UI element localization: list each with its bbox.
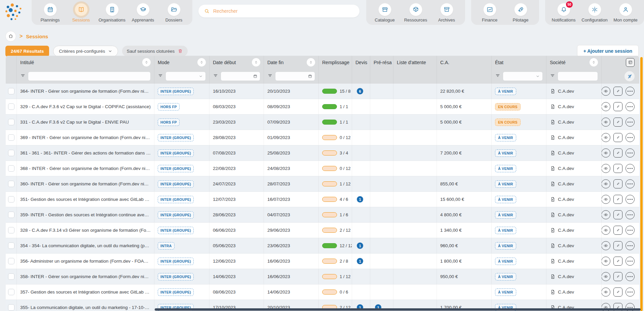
filter-select-etat[interactable] xyxy=(503,72,543,81)
nav-item-catalogue[interactable]: Catalogue xyxy=(370,3,399,23)
column-settings-button[interactable] xyxy=(626,58,635,67)
row-checkbox[interactable] xyxy=(8,196,14,203)
devis-count-badge[interactable]: 1 xyxy=(357,242,363,249)
filter-chip-exclude-closed[interactable]: Sauf sessions cloturées xyxy=(122,46,188,56)
filter-date-start[interactable] xyxy=(221,72,260,81)
view-session-button[interactable] xyxy=(602,102,610,111)
row-checkbox[interactable] xyxy=(8,181,14,187)
nav-item-apprenants[interactable]: Apprenants xyxy=(128,3,157,23)
filter-select-mode[interactable] xyxy=(165,72,206,81)
row-checkbox[interactable] xyxy=(8,273,14,280)
filter-date-end[interactable] xyxy=(275,72,315,81)
more-actions-button[interactable] xyxy=(626,210,635,219)
edit-session-button[interactable] xyxy=(613,87,622,96)
filter-text-input[interactable] xyxy=(31,74,148,79)
view-session-button[interactable] xyxy=(602,226,610,235)
view-session-button[interactable] xyxy=(602,164,610,173)
devis-count-badge[interactable]: 6 xyxy=(357,88,363,94)
view-session-button[interactable] xyxy=(602,210,610,219)
more-actions-button[interactable] xyxy=(626,87,635,96)
more-actions-button[interactable] xyxy=(626,148,635,158)
row-checkbox[interactable] xyxy=(8,242,14,249)
row-checkbox[interactable] xyxy=(8,227,14,233)
edit-session-button[interactable] xyxy=(613,164,622,173)
filter-menu-button-mode[interactable] xyxy=(158,73,163,80)
more-actions-button[interactable] xyxy=(626,272,635,281)
session-row[interactable]: 364- INTER - Gérer son organisme de form… xyxy=(6,84,639,99)
nav-item-finance[interactable]: Finance xyxy=(475,3,504,23)
row-checkbox[interactable] xyxy=(8,165,14,172)
session-row[interactable]: 358- INTER - Gérer son organisme de form… xyxy=(6,269,639,284)
breadcrumb-home-button[interactable] xyxy=(5,31,16,42)
filter-menu-button-end[interactable] xyxy=(267,73,273,80)
edit-session-button[interactable] xyxy=(613,118,622,127)
row-checkbox[interactable] xyxy=(8,212,14,218)
edit-session-button[interactable] xyxy=(613,179,622,188)
edit-session-button[interactable] xyxy=(613,133,622,142)
more-actions-button[interactable] xyxy=(626,195,635,204)
filter-text-input[interactable] xyxy=(560,74,595,79)
nav-item-organisations[interactable]: Organisations xyxy=(98,3,126,23)
edit-session-button[interactable] xyxy=(613,102,622,111)
view-session-button[interactable] xyxy=(602,257,610,266)
filter-input-societe[interactable] xyxy=(558,72,598,81)
edit-session-button[interactable] xyxy=(613,272,622,281)
nav-item-notifications[interactable]: 50Notifications xyxy=(549,3,578,23)
nav-item-configuration[interactable]: Configuration xyxy=(580,3,609,23)
sort-button-start[interactable] xyxy=(252,58,260,66)
more-actions-button[interactable] xyxy=(626,118,635,127)
filter-date-input[interactable] xyxy=(278,74,306,79)
row-checkbox[interactable] xyxy=(8,289,14,295)
nav-item-pilotage[interactable]: Pilotage xyxy=(506,3,535,23)
edit-session-button[interactable] xyxy=(613,287,622,297)
view-session-button[interactable] xyxy=(602,148,610,158)
view-session-button[interactable] xyxy=(602,195,610,204)
app-logo[interactable] xyxy=(4,3,23,21)
vertical-scrollbar[interactable] xyxy=(640,57,643,311)
more-actions-button[interactable] xyxy=(626,287,635,297)
sort-button-mode[interactable] xyxy=(197,58,206,66)
more-actions-button[interactable] xyxy=(626,226,635,235)
view-session-button[interactable] xyxy=(602,133,610,142)
horizontal-scrollbar[interactable] xyxy=(155,308,641,311)
row-checkbox[interactable] xyxy=(8,150,14,156)
session-row[interactable]: 354 - 354- La communication digitale, un… xyxy=(6,238,639,254)
nav-item-archives[interactable]: Archives xyxy=(432,3,461,23)
edit-session-button[interactable] xyxy=(613,148,622,158)
results-count-button[interactable]: 24/67 Résultats xyxy=(5,46,49,57)
preconfigured-criteria-dropdown[interactable]: Critères pré-configurés xyxy=(53,46,118,57)
filter-select-value[interactable] xyxy=(505,74,534,79)
nav-item-sessions[interactable]: Sessions xyxy=(67,3,96,23)
search-input[interactable] xyxy=(213,8,354,14)
filter-menu-button-etat[interactable] xyxy=(495,73,500,80)
row-checkbox[interactable] xyxy=(8,88,14,94)
add-session-button[interactable]: + Ajouter une session xyxy=(577,45,639,57)
row-checkbox[interactable] xyxy=(8,304,14,311)
filter-menu-button-start[interactable] xyxy=(213,73,218,80)
session-row[interactable]: 361 - 361 - 361- INTER - Gérer des actio… xyxy=(6,145,639,161)
more-actions-button[interactable] xyxy=(626,257,635,266)
filter-date-input[interactable] xyxy=(223,74,251,79)
edit-session-button[interactable] xyxy=(613,210,622,219)
view-session-button[interactable] xyxy=(602,118,610,127)
view-session-button[interactable] xyxy=(602,241,610,250)
session-row[interactable]: 369 - INTER - Gérer son organisme de for… xyxy=(6,130,639,145)
nav-item-mon-compte[interactable]: Mon compte xyxy=(611,3,640,23)
session-row[interactable]: 357- Gestion des sources et Intégration … xyxy=(6,284,639,300)
more-actions-button[interactable] xyxy=(626,164,635,173)
devis-count-badge[interactable]: 1 xyxy=(357,258,363,264)
session-row[interactable]: 368 - INTER - Gérer son organisme de for… xyxy=(6,161,639,176)
session-row[interactable]: 351- Gestion des sources et Intégration … xyxy=(6,192,639,207)
sort-button-societe[interactable] xyxy=(590,58,598,66)
more-actions-button[interactable] xyxy=(626,179,635,188)
row-checkbox[interactable] xyxy=(8,258,14,264)
filter-menu-button-societe[interactable] xyxy=(550,73,555,80)
view-session-button[interactable] xyxy=(602,87,610,96)
nav-item-dossiers[interactable]: Dossiers xyxy=(159,3,188,23)
more-actions-button[interactable] xyxy=(626,241,635,250)
view-session-button[interactable] xyxy=(602,287,610,297)
devis-count-badge[interactable]: 1 xyxy=(357,196,363,203)
more-actions-button[interactable] xyxy=(626,133,635,142)
nav-item-plannings[interactable]: Plannings xyxy=(36,3,65,23)
more-actions-button[interactable] xyxy=(626,102,635,111)
